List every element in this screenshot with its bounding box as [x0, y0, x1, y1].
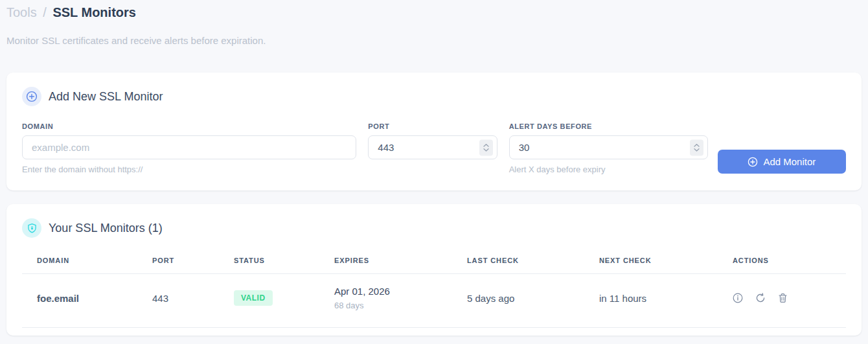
add-monitor-card-header: Add New SSL Monitor [22, 87, 846, 106]
add-monitor-card: Add New SSL Monitor DOMAIN Enter the dom… [6, 73, 862, 190]
chevron-down-icon [694, 148, 700, 152]
delete-button[interactable] [778, 293, 788, 303]
refresh-icon [755, 293, 766, 303]
col-header-status: STATUS [219, 254, 319, 274]
plus-circle-icon [748, 157, 758, 167]
trash-icon [778, 293, 788, 303]
chevron-up-icon [483, 143, 489, 147]
breadcrumb-separator: / [43, 5, 47, 19]
col-header-actions: ACTIONS [718, 254, 846, 274]
table-row: foe.email 443 VALID Apr 01, 2026 68 days… [22, 274, 846, 328]
ssl-monitors-page: Tools / SSL Monitors Monitor SSL certifi… [0, 0, 868, 336]
monitors-list-card: Your SSL Monitors (1) DOMAIN PORT STATUS… [6, 204, 862, 336]
alert-days-input[interactable] [509, 135, 708, 159]
monitors-card-title: Your SSL Monitors (1) [49, 222, 163, 235]
domain-helper-text: Enter the domain without https:// [22, 165, 356, 174]
port-field-group: PORT [368, 122, 497, 174]
col-header-port: PORT [137, 254, 219, 274]
table-header-row: DOMAIN PORT STATUS EXPIRES LAST CHECK NE… [22, 254, 846, 274]
monitor-expires-days: 68 days [334, 301, 442, 310]
col-header-next-check: NEXT CHECK [584, 254, 718, 274]
add-monitor-button-label: Add Monitor [763, 156, 816, 167]
plus-circle-icon [22, 87, 41, 106]
col-header-domain: DOMAIN [22, 254, 137, 274]
monitor-domain: foe.email [22, 274, 137, 328]
monitor-last-check: 5 days ago [452, 274, 584, 328]
col-header-last-check: LAST CHECK [452, 254, 584, 274]
monitor-port: 443 [137, 274, 219, 328]
add-monitor-form: DOMAIN Enter the domain without https://… [22, 122, 846, 174]
alert-days-stepper[interactable] [690, 139, 703, 155]
page-title: SSL Monitors [52, 5, 136, 19]
refresh-button[interactable] [755, 293, 766, 303]
shield-lock-icon [22, 218, 41, 238]
chevron-up-icon [694, 143, 700, 147]
domain-label: DOMAIN [22, 122, 356, 130]
monitor-expires-date: Apr 01, 2026 [334, 286, 442, 297]
monitor-next-check: in 11 hours [584, 274, 718, 328]
monitors-card-header: Your SSL Monitors (1) [22, 218, 846, 238]
info-button[interactable] [733, 293, 743, 303]
breadcrumb-tools-link[interactable]: Tools [6, 5, 37, 19]
status-badge: VALID [234, 290, 273, 306]
port-stepper[interactable] [479, 139, 493, 155]
row-actions [733, 293, 836, 303]
add-monitor-card-title: Add New SSL Monitor [49, 90, 163, 104]
info-icon [733, 293, 743, 303]
monitors-table: DOMAIN PORT STATUS EXPIRES LAST CHECK NE… [22, 254, 846, 328]
alert-days-label: ALERT DAYS BEFORE [509, 122, 708, 130]
chevron-down-icon [483, 148, 489, 152]
add-monitor-button[interactable]: Add Monitor [718, 150, 846, 174]
breadcrumb: Tools / SSL Monitors [6, 4, 862, 21]
alert-days-helper-text: Alert X days before expiry [509, 165, 708, 174]
col-header-expires: EXPIRES [319, 254, 452, 274]
page-subtitle: Monitor SSL certificates and receive ale… [6, 35, 862, 46]
domain-input[interactable] [22, 135, 356, 159]
alert-days-field-group: ALERT DAYS BEFORE Alert X days before ex… [509, 122, 708, 174]
domain-field-group: DOMAIN Enter the domain without https:// [22, 122, 356, 174]
port-label: PORT [368, 122, 497, 130]
port-input[interactable] [368, 135, 497, 159]
